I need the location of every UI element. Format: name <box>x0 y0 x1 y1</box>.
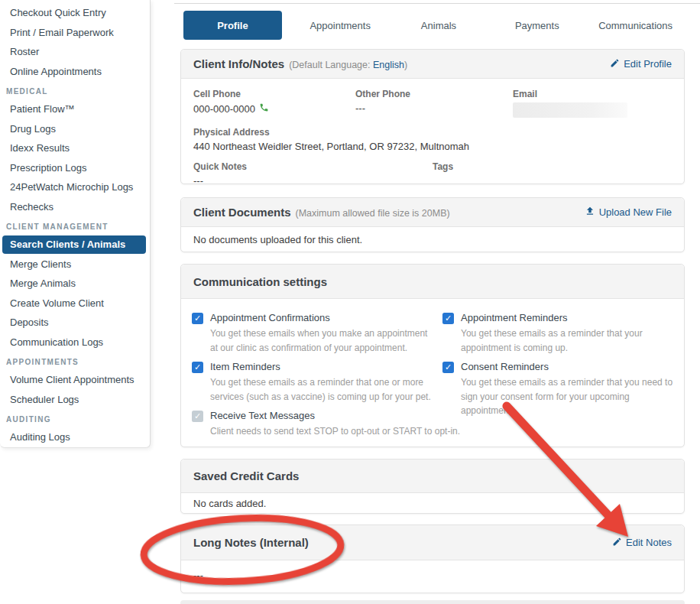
sidebar-section-appointments: APPOINTMENTS <box>0 352 150 370</box>
edit-profile-button[interactable]: Edit Profile <box>610 58 672 70</box>
long-notes-value: --- <box>181 560 684 590</box>
sidebar-item-idexx-results[interactable]: Idexx Results <box>0 138 150 158</box>
checkbox-receive-text-messages: ✓ <box>192 411 203 422</box>
tags-field: Tags <box>433 161 672 187</box>
client-documents-title: Client Documents <box>193 206 291 219</box>
communication-settings-card: Communication settings ✓Appointment Conf… <box>180 264 685 447</box>
comm-option-appointment-confirmations: ✓Appointment ConfirmationsYou get these … <box>192 312 436 355</box>
physical-address-value: 440 Northeast Weidler Street, Portland, … <box>193 141 672 152</box>
cell-phone-field: Cell Phone 000-000-0000 <box>193 89 355 118</box>
long-notes-header: Long Notes (Internal) Edit Notes <box>181 525 684 560</box>
email-field: Email <box>513 89 672 118</box>
comm-option-label: Item Reminders <box>210 361 436 372</box>
other-phone-field: Other Phone --- <box>355 89 513 118</box>
quick-notes-label: Quick Notes <box>193 161 433 172</box>
sidebar-item-online-appointments[interactable]: Online Appointments <box>0 62 150 82</box>
tab-communications[interactable]: Communications <box>586 11 685 40</box>
long-notes-title: Long Notes (Internal) <box>193 536 309 549</box>
quick-notes-field: Quick Notes --- <box>193 161 433 187</box>
comm-option-label: Receive Text Messages <box>210 410 460 421</box>
physical-address-field: Physical Address 440 Northeast Weidler S… <box>193 127 672 152</box>
upload-icon <box>585 206 595 219</box>
comm-option-label: Consent Reminders <box>461 361 679 372</box>
sidebar-item-scheduler-logs[interactable]: Scheduler Logs <box>0 390 150 410</box>
comm-option-description: You get these emails as a reminder that … <box>210 375 436 404</box>
comm-option-label: Appointment Confirmations <box>210 312 436 323</box>
communication-settings-title: Communication settings <box>193 275 327 288</box>
tab-bar: ProfileAppointmentsAnimalsPaymentsCommun… <box>174 11 685 40</box>
communication-settings-header: Communication settings <box>181 265 684 299</box>
comm-option-text: Item RemindersYou get these emails as a … <box>210 361 436 404</box>
tab-animals[interactable]: Animals <box>390 11 488 40</box>
comm-option-description: You get these emails when you make an ap… <box>210 326 436 355</box>
comm-option-item-reminders: ✓Item RemindersYou get these emails as a… <box>192 361 436 404</box>
quick-notes-value: --- <box>193 175 433 187</box>
cell-phone-label: Cell Phone <box>193 89 355 99</box>
other-phone-value: --- <box>355 102 513 114</box>
email-value-redacted <box>513 102 627 118</box>
upload-new-file-button[interactable]: Upload New File <box>585 206 672 219</box>
sidebar-section-client-management: CLIENT MANAGEMENT <box>0 216 150 235</box>
page-root: Checkout Quick EntryPrint / Email Paperw… <box>0 0 700 604</box>
saved-credit-cards-title: Saved Credit Cards <box>193 469 299 482</box>
checkbox-consent-reminders[interactable]: ✓ <box>442 362 454 373</box>
sidebar-item-create-volume-client[interactable]: Create Volume Client <box>0 294 150 313</box>
comm-option-appointment-reminders: ✓Appointment RemindersYou get these emai… <box>442 312 679 355</box>
saved-credit-cards-header: Saved Credit Cards <box>181 459 684 493</box>
comm-option-receive-text-messages: ✓Receive Text MessagesClient needs to se… <box>192 410 513 439</box>
client-info-title: Client Info/Notes <box>193 57 284 70</box>
checkbox-appointment-confirmations[interactable]: ✓ <box>192 313 203 324</box>
max-file-size-note: (Maximum allowed file size is 20MB) <box>296 208 450 219</box>
sidebar-item-roster[interactable]: Roster <box>0 42 150 62</box>
sidebar-item-patient-flow[interactable]: Patient Flow™ <box>0 99 150 119</box>
checkbox-appointment-reminders[interactable]: ✓ <box>442 313 454 324</box>
long-notes-card: Long Notes (Internal) Edit Notes --- <box>180 524 685 593</box>
comm-option-text: Appointment ConfirmationsYou get these e… <box>210 312 436 355</box>
sidebar-item-checkout-quick-entry[interactable]: Checkout Quick Entry <box>0 3 150 23</box>
cell-phone-value: 000-000-0000 <box>193 102 355 115</box>
edit-notes-button[interactable]: Edit Notes <box>612 537 672 549</box>
default-language-value: English <box>373 60 404 70</box>
no-cards-text: No cards added. <box>181 493 684 514</box>
sidebar-item-rechecks[interactable]: Rechecks <box>0 197 150 217</box>
sidebar-item-print-email-paperwork[interactable]: Print / Email Paperwork <box>0 23 150 43</box>
comm-option-text: Receive Text MessagesClient needs to sen… <box>210 410 460 439</box>
physical-address-label: Physical Address <box>193 127 672 138</box>
top-divider <box>174 3 700 4</box>
sidebar-item-drug-logs[interactable]: Drug Logs <box>0 119 150 139</box>
sidebar-item-deposits[interactable]: Deposits <box>0 313 150 333</box>
client-documents-card: Client Documents(Maximum allowed file si… <box>180 197 685 252</box>
email-label: Email <box>513 89 672 99</box>
sidebar-item-merge-clients[interactable]: Merge Clients <box>0 255 150 274</box>
sidebar-section-auditing: AUDITING <box>0 409 150 427</box>
sidebar-section-medical: MEDICAL <box>0 81 150 99</box>
other-phone-label: Other Phone <box>355 89 513 99</box>
client-info-heading: Client Info/Notes(Default Language: Engl… <box>193 57 407 71</box>
sidebar-item-24petwatch-microchip-logs[interactable]: 24PetWatch Microchip Logs <box>0 177 150 197</box>
pencil-icon <box>612 537 622 549</box>
sidebar-nav: Checkout Quick EntryPrint / Email Paperw… <box>0 0 151 448</box>
sidebar-item-merge-animals[interactable]: Merge Animals <box>0 274 150 294</box>
tab-payments[interactable]: Payments <box>488 11 586 40</box>
client-documents-heading: Client Documents(Maximum allowed file si… <box>193 206 450 219</box>
comm-option-description: You get these emails as a reminder that … <box>461 326 679 355</box>
sidebar-item-search-clients-animals[interactable]: Search Clients / Animals <box>2 235 146 254</box>
client-info-card: Client Info/Notes(Default Language: Engl… <box>180 49 685 184</box>
pencil-icon <box>610 58 620 70</box>
tab-appointments[interactable]: Appointments <box>291 11 390 40</box>
sidebar-item-prescription-logs[interactable]: Prescription Logs <box>0 158 150 178</box>
next-card-edge <box>180 600 685 604</box>
no-documents-text: No documents uploaded for this client. <box>181 227 684 252</box>
client-info-header: Client Info/Notes(Default Language: Engl… <box>181 50 684 79</box>
tags-label: Tags <box>433 161 672 172</box>
sidebar-item-communication-logs[interactable]: Communication Logs <box>0 333 150 352</box>
comm-option-label: Appointment Reminders <box>461 312 679 323</box>
checkbox-item-reminders[interactable]: ✓ <box>192 362 203 373</box>
default-language-note: (Default Language: English) <box>289 60 407 70</box>
saved-credit-cards-card: Saved Credit Cards No cards added. <box>180 459 685 514</box>
phone-icon[interactable] <box>259 102 269 115</box>
sidebar-item-volume-client-appointments[interactable]: Volume Client Appointments <box>0 370 150 390</box>
tab-profile[interactable]: Profile <box>183 11 282 40</box>
sidebar-item-auditing-logs[interactable]: Auditing Logs <box>0 427 150 447</box>
comm-option-text: Appointment RemindersYou get these email… <box>461 312 679 355</box>
